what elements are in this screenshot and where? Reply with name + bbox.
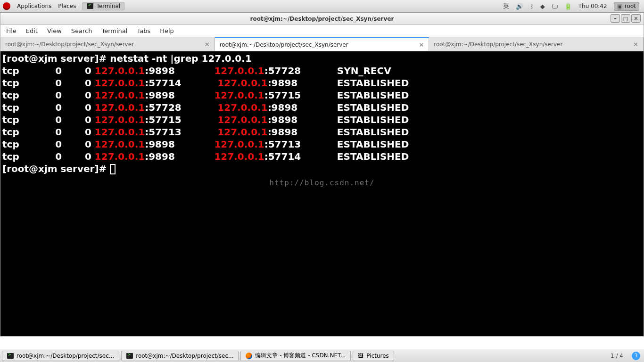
terminal-line: [root@xjm server]#	[2, 163, 642, 175]
applications-menu[interactable]: Applications	[17, 3, 51, 9]
task-label: root@xjm:~/Desktop/project/sec...	[136, 353, 233, 359]
notification-badge[interactable]: 3	[632, 352, 640, 360]
menubar: File Edit View Search Terminal Tabs Help	[0, 25, 644, 37]
terminal-line: tcp 0 0 127.0.0.1:9898 127.0.0.1:57728 S…	[2, 65, 642, 77]
battery-icon[interactable]: 🔋	[564, 3, 572, 10]
menu-tabs[interactable]: Tabs	[137, 27, 150, 34]
tab-close-icon[interactable]: ×	[633, 41, 638, 48]
places-menu[interactable]: Places	[58, 3, 76, 9]
menu-search[interactable]: Search	[71, 27, 92, 34]
terminal-icon	[87, 3, 93, 9]
tab-close-icon[interactable]: ×	[419, 41, 424, 48]
tab-label: root@xjm:~/Desktop/project/sec_Xsyn/serv…	[434, 41, 562, 48]
terminal-window: root@xjm:~/Desktop/project/sec_Xsyn/serv…	[0, 13, 644, 337]
gnome-top-panel: Applications Places Terminal 英 🔊 ᛒ ◆ 🖵 🔋…	[0, 0, 644, 13]
menu-help[interactable]: Help	[160, 27, 174, 34]
terminal-line: tcp 0 0 127.0.0.1:57728 127.0.0.1:9898 E…	[2, 101, 642, 114]
task-label: 编辑文章 - 博客频道 - CSDN.NET...	[255, 352, 346, 360]
user-label: root	[625, 3, 636, 9]
terminal-tabs: root@xjm:~/Desktop/project/sec_Xsyn/serv…	[0, 37, 644, 51]
task-label: Pictures	[366, 353, 389, 359]
menu-view[interactable]: View	[47, 27, 62, 34]
gnome-bottom-panel: root@xjm:~/Desktop/project/sec... root@x…	[0, 349, 644, 362]
taskbar-item-terminal-2[interactable]: root@xjm:~/Desktop/project/sec...	[121, 351, 239, 361]
menu-file[interactable]: File	[6, 27, 17, 34]
terminal-icon	[126, 353, 133, 359]
user-menu[interactable]: ▣ root	[614, 2, 639, 11]
clock[interactable]: Thu 00:42	[578, 3, 607, 9]
taskbar-item-pictures[interactable]: Pictures	[353, 351, 394, 361]
terminal-output[interactable]: http://blog.csdn.net/ [root@xjm server]#…	[0, 51, 644, 336]
distro-logo-icon	[3, 2, 10, 10]
tab-2[interactable]: root@xjm:~/Desktop/project/sec_Xsyn/serv…	[215, 37, 429, 51]
terminal-line: tcp 0 0 127.0.0.1:57715 127.0.0.1:9898 E…	[2, 114, 642, 126]
taskbar-item-terminal-1[interactable]: root@xjm:~/Desktop/project/sec...	[2, 351, 119, 361]
running-app-button[interactable]: Terminal	[83, 2, 124, 10]
tab-label: root@xjm:~/Desktop/project/sec_Xsyn/serv…	[5, 41, 134, 48]
running-app-label: Terminal	[96, 3, 120, 9]
terminal-line: tcp 0 0 127.0.0.1:9898 127.0.0.1:57715 E…	[2, 89, 642, 101]
close-button[interactable]: ✕	[631, 14, 641, 23]
firefox-icon	[246, 353, 252, 359]
window-titlebar[interactable]: root@xjm:~/Desktop/project/sec_Xsyn/serv…	[0, 13, 644, 25]
tab-3[interactable]: root@xjm:~/Desktop/project/sec_Xsyn/serv…	[429, 37, 644, 51]
minimize-button[interactable]: –	[611, 14, 620, 23]
workspace-indicator[interactable]: 1 / 4	[606, 353, 628, 359]
menu-edit[interactable]: Edit	[26, 27, 38, 34]
volume-icon[interactable]: 🔊	[516, 3, 523, 10]
terminal-line: [root@xjm server]# netstat -nt |grep 127…	[2, 52, 642, 65]
tab-label: root@xjm:~/Desktop/project/sec_Xsyn/serv…	[220, 41, 348, 48]
watermark-text: http://blog.csdn.net/	[269, 177, 374, 189]
ime-indicator[interactable]: 英	[503, 2, 509, 10]
accessibility-icon[interactable]: ◆	[540, 3, 545, 10]
taskbar-item-firefox[interactable]: 编辑文章 - 博客频道 - CSDN.NET...	[240, 351, 351, 361]
menu-terminal[interactable]: Terminal	[101, 27, 127, 34]
terminal-icon	[7, 353, 14, 359]
task-label: root@xjm:~/Desktop/project/sec...	[17, 353, 114, 359]
terminal-line: tcp 0 0 127.0.0.1:9898 127.0.0.1:57714 E…	[2, 150, 642, 163]
tab-close-icon[interactable]: ×	[205, 41, 210, 48]
window-title: root@xjm:~/Desktop/project/sec_Xsyn/serv…	[250, 16, 394, 22]
bluetooth-icon[interactable]: ᛒ	[530, 3, 534, 10]
terminal-line: tcp 0 0 127.0.0.1:57714 127.0.0.1:9898 E…	[2, 77, 642, 89]
terminal-line: tcp 0 0 127.0.0.1:57713 127.0.0.1:9898 E…	[2, 126, 642, 138]
terminal-line: tcp 0 0 127.0.0.1:9898 127.0.0.1:57713 E…	[2, 138, 642, 150]
maximize-button[interactable]: □	[621, 14, 630, 23]
display-icon[interactable]: 🖵	[552, 3, 558, 10]
power-icon: ▣	[617, 3, 623, 10]
tab-1[interactable]: root@xjm:~/Desktop/project/sec_Xsyn/serv…	[0, 37, 215, 51]
